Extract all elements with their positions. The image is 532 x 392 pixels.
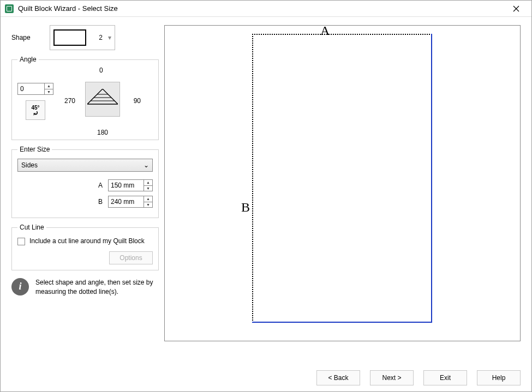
- preview-surface: A B: [165, 26, 520, 341]
- size-b-spinner[interactable]: ▲ ▼: [108, 196, 153, 208]
- angle-compass[interactable]: 0 90 180 270: [64, 69, 141, 134]
- size-b-down-button[interactable]: ▼: [144, 202, 152, 208]
- close-icon: [513, 5, 519, 12]
- info-icon: i: [11, 278, 29, 295]
- left-panel: Shape 2 ▾ Angle ▲ ▼: [6, 25, 159, 364]
- angle-up-button[interactable]: ▲: [45, 83, 53, 89]
- chevron-down-icon: ▾: [105, 34, 115, 41]
- cut-line-fieldset: Cut Line Include a cut line around my Qu…: [11, 224, 159, 270]
- preview-solid-bottom: [252, 322, 432, 323]
- size-a-up-button[interactable]: ▲: [144, 180, 152, 186]
- footer-buttons: < Back Next > Exit Help: [1, 364, 531, 391]
- compass-dial[interactable]: [85, 82, 120, 117]
- size-a-down-button[interactable]: ▼: [144, 186, 152, 191]
- size-mode-value: Sides: [21, 161, 38, 169]
- cut-line-options-button: Options: [109, 251, 153, 264]
- dialog-window: Quilt Block Wizard - Select Size Shape 2…: [0, 0, 532, 392]
- preview-dotted-left: [252, 34, 253, 323]
- size-b-input[interactable]: [109, 196, 144, 207]
- rotate-arc-icon: ⤾: [33, 111, 39, 116]
- help-button[interactable]: Help: [477, 370, 521, 385]
- cut-line-legend: Cut Line: [17, 224, 46, 231]
- size-label-b: B: [96, 198, 103, 206]
- preview-solid-right: [431, 34, 432, 323]
- enter-size-fieldset: Enter Size Sides ⌄ A ▲ ▼ B: [11, 146, 159, 218]
- angle-spinner[interactable]: ▲ ▼: [17, 83, 53, 95]
- title-bar: Quilt Block Wizard - Select Size: [1, 1, 531, 17]
- size-b-up-button[interactable]: ▲: [144, 196, 152, 202]
- chevron-down-icon: ⌄: [144, 161, 149, 169]
- preview-shape: [252, 34, 432, 323]
- size-row-a: A ▲ ▼: [17, 179, 153, 191]
- size-row-b: B ▲ ▼: [17, 196, 153, 208]
- shape-label: Shape: [11, 34, 33, 41]
- preview-dotted-top: [252, 34, 432, 35]
- shape-row: Shape 2 ▾: [11, 25, 159, 50]
- exit-button[interactable]: Exit: [423, 370, 467, 385]
- include-cut-line-label: Include a cut line around my Quilt Block: [29, 237, 153, 246]
- angle-fieldset: Angle ▲ ▼ 45° ⤾: [11, 56, 159, 140]
- rectangle-icon: [53, 29, 86, 46]
- angle-input[interactable]: [18, 83, 44, 94]
- angle-down-button[interactable]: ▼: [45, 89, 53, 95]
- shape-selector[interactable]: 2 ▾: [50, 25, 115, 50]
- include-cut-line-checkbox[interactable]: [17, 238, 25, 245]
- content-area: Shape 2 ▾ Angle ▲ ▼: [1, 17, 531, 364]
- size-mode-select[interactable]: Sides ⌄: [17, 159, 153, 172]
- compass-east: 90: [134, 97, 141, 105]
- info-text: Select shape and angle, then set size by…: [35, 278, 159, 297]
- size-label-a: A: [96, 182, 103, 189]
- app-icon: [5, 4, 14, 13]
- compass-west: 270: [64, 97, 75, 105]
- svg-marker-0: [87, 89, 118, 104]
- rotate-45-button[interactable]: 45° ⤾: [26, 100, 45, 120]
- compass-north: 0: [99, 67, 103, 74]
- preview-label-b: B: [241, 200, 250, 215]
- angle-legend: Angle: [17, 56, 39, 63]
- compass-south: 180: [97, 129, 108, 136]
- compass-needle-icon: [87, 89, 118, 105]
- back-button[interactable]: < Back: [316, 370, 360, 385]
- preview-panel: A B: [164, 25, 521, 341]
- enter-size-legend: Enter Size: [17, 146, 52, 153]
- size-a-spinner[interactable]: ▲ ▼: [108, 179, 153, 191]
- next-button[interactable]: Next >: [370, 370, 414, 385]
- window-title: Quilt Block Wizard - Select Size: [18, 4, 505, 13]
- shape-count: 2: [99, 34, 105, 41]
- size-a-input[interactable]: [109, 180, 144, 191]
- close-button[interactable]: [505, 1, 527, 17]
- info-row: i Select shape and angle, then set size …: [11, 276, 159, 299]
